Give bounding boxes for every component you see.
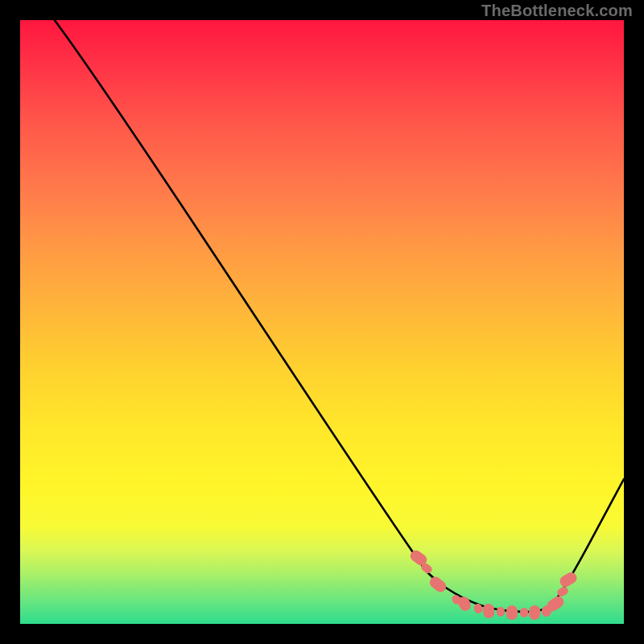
curve-marker bbox=[427, 574, 448, 594]
attribution-label: TheBottleneck.com bbox=[481, 2, 633, 20]
curve-marker bbox=[528, 605, 540, 620]
curve-marker bbox=[558, 571, 579, 589]
curve-marker bbox=[456, 595, 473, 613]
marker-layer bbox=[20, 20, 624, 624]
chart-stage: TheBottleneck.com bbox=[0, 0, 644, 644]
curve-marker bbox=[497, 607, 505, 617]
plot-area bbox=[20, 20, 624, 624]
curve-marker bbox=[482, 603, 495, 618]
curve-marker bbox=[506, 605, 518, 620]
curve-marker bbox=[520, 608, 528, 617]
curve-marker bbox=[473, 603, 483, 614]
